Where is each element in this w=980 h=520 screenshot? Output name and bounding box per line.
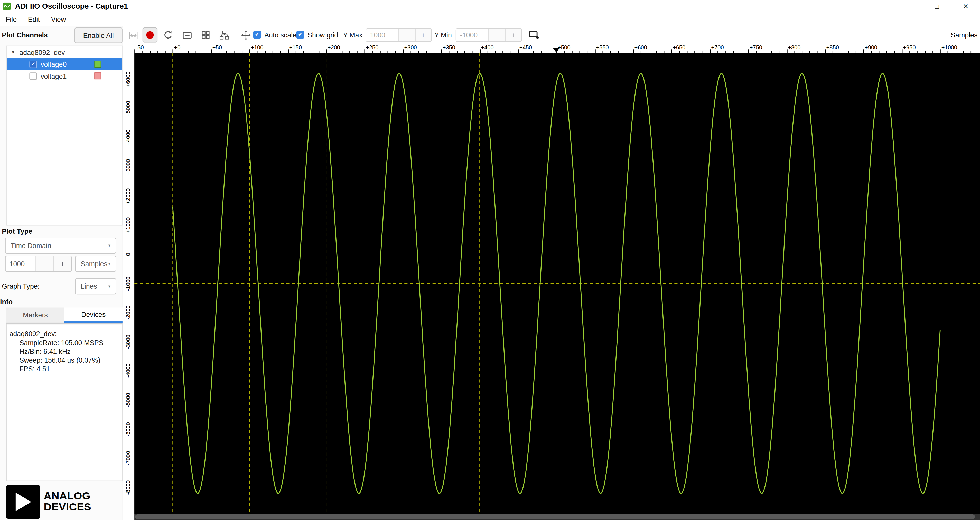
y-min-decrement-button[interactable]: − — [488, 29, 504, 41]
tab-markers[interactable]: Markers — [6, 307, 64, 323]
y-tick-label: +6000 — [125, 67, 132, 92]
sample-count-decrement-button[interactable]: − — [35, 256, 53, 271]
y-tick-label: +4000 — [125, 125, 132, 150]
sample-count-input[interactable]: 1000 — [6, 256, 35, 271]
x-tick-label: +950 — [903, 45, 916, 51]
x-tick — [158, 51, 158, 53]
channel-checkbox[interactable]: ✔ — [29, 60, 37, 68]
x-tick — [518, 49, 519, 53]
scrollbar-thumb[interactable] — [135, 514, 975, 519]
channel-row-voltage0[interactable]: ✔ voltage0 — [7, 58, 122, 70]
channel-row-voltage1[interactable]: voltage1 — [7, 70, 122, 82]
expander-icon[interactable]: ▼ — [11, 49, 17, 55]
y-min-increment-button[interactable]: + — [505, 29, 521, 41]
y-tick-label: -8000 — [125, 475, 132, 500]
x-tick — [211, 49, 212, 53]
close-button[interactable]: ✕ — [951, 0, 980, 13]
x-tick — [311, 51, 311, 53]
sidebar: Plot Channels Enable All ▼ adaq8092_dev … — [0, 26, 123, 520]
device-info-panel: adaq8092_dev: SampleRate: 105.00 MSPS Hz… — [6, 324, 123, 481]
plot-type-dropdown[interactable]: Time Domain ▼ — [5, 237, 116, 254]
channel-tree: ▼ adaq8092_dev ✔ voltage0 voltage1 — [6, 46, 123, 226]
x-tick — [940, 49, 941, 53]
device-info-samplerate: SampleRate: 105.00 MSPS — [19, 338, 122, 347]
app-icon — [3, 3, 11, 10]
menu-edit[interactable]: Edit — [22, 14, 46, 25]
x-tick — [602, 51, 603, 53]
x-tick-label: +350 — [442, 45, 455, 51]
x-tick — [764, 51, 764, 53]
x-tick — [326, 49, 327, 53]
y-tick-label: +1000 — [125, 213, 132, 237]
x-tick — [188, 51, 189, 53]
y-tick-label: -7000 — [125, 446, 132, 471]
channel-checkbox[interactable] — [29, 72, 37, 80]
device-info-sweep: Sweep: 156.04 us (0.07%) — [19, 356, 122, 364]
ruler-marker-icon[interactable] — [553, 48, 560, 52]
add-plot-icon[interactable] — [528, 28, 541, 42]
maximize-button[interactable]: □ — [923, 0, 951, 13]
tab-devices[interactable]: Devices — [64, 307, 123, 323]
sample-count-increment-button[interactable]: + — [53, 256, 72, 271]
x-tick-label: +500 — [558, 45, 570, 51]
minimize-button[interactable]: – — [894, 0, 923, 13]
y-max-decrement-button[interactable]: − — [398, 29, 415, 41]
show-grid-checkbox[interactable]: ✔ — [296, 30, 304, 39]
logo-line2: DEVICES — [44, 502, 91, 513]
x-tick-label: +750 — [749, 45, 762, 51]
x-tick — [718, 51, 718, 53]
auto-scale-label: Auto scale — [264, 31, 296, 39]
enable-all-button[interactable]: Enable All — [75, 27, 123, 43]
capture-button[interactable] — [143, 27, 158, 42]
y-max-increment-button[interactable]: + — [415, 29, 431, 41]
plot-canvas[interactable] — [134, 53, 980, 514]
x-tick — [633, 49, 634, 53]
y-max-input[interactable]: 1000 — [366, 29, 398, 41]
graph-type-dropdown[interactable]: Lines ▼ — [75, 278, 116, 294]
x-tick — [741, 51, 741, 53]
x-tick — [779, 51, 780, 53]
channel-color-swatch[interactable] — [94, 60, 101, 68]
x-tick-label: +0 — [174, 45, 180, 51]
sample-unit-dropdown[interactable]: Samples ▼ — [75, 256, 116, 272]
x-tick-label: +150 — [289, 45, 302, 51]
x-tick — [242, 51, 242, 53]
x-tick — [487, 51, 488, 53]
auto-scale-checkbox[interactable]: ✔ — [253, 30, 261, 39]
x-tick — [579, 51, 580, 53]
move-icon[interactable] — [239, 28, 253, 42]
horizontal-scrollbar[interactable] — [134, 514, 980, 520]
x-tick-label: +1000 — [942, 45, 958, 51]
x-tick — [403, 49, 404, 53]
x-tick — [871, 51, 872, 53]
zoom-fit-icon[interactable] — [126, 28, 140, 42]
x-tick — [196, 51, 196, 53]
x-tick — [963, 51, 964, 53]
sample-unit-value: Samples — [81, 260, 108, 267]
x-tick — [818, 51, 818, 53]
menu-view[interactable]: View — [46, 14, 72, 25]
channel-name: voltage1 — [41, 72, 67, 80]
frame-icon[interactable] — [180, 28, 194, 42]
refresh-icon[interactable] — [161, 28, 175, 42]
x-tick — [549, 51, 549, 53]
grid-layout-icon[interactable] — [199, 28, 213, 42]
analog-devices-logo: ANALOG DEVICES — [6, 485, 91, 519]
x-tick — [671, 49, 672, 53]
device-tree-icon[interactable] — [218, 28, 231, 42]
graph-type-label: Graph Type: — [2, 283, 40, 290]
x-tick-label: +550 — [596, 45, 609, 51]
y-min-input[interactable]: -1000 — [456, 29, 488, 41]
graph-type-value: Lines — [81, 283, 108, 290]
x-tick — [426, 51, 426, 53]
record-icon — [146, 30, 154, 39]
tree-group-row[interactable]: ▼ adaq8092_dev — [7, 46, 122, 58]
channel-color-swatch[interactable] — [94, 72, 101, 80]
x-tick — [917, 51, 918, 53]
menu-file[interactable]: File — [0, 14, 22, 25]
adi-triangle-icon — [6, 485, 40, 519]
ruler[interactable]: -50+0+50+100+150+200+250+300+350+400+450… — [134, 44, 980, 53]
x-tick — [978, 49, 979, 53]
x-tick — [372, 51, 373, 53]
x-tick — [334, 51, 334, 53]
